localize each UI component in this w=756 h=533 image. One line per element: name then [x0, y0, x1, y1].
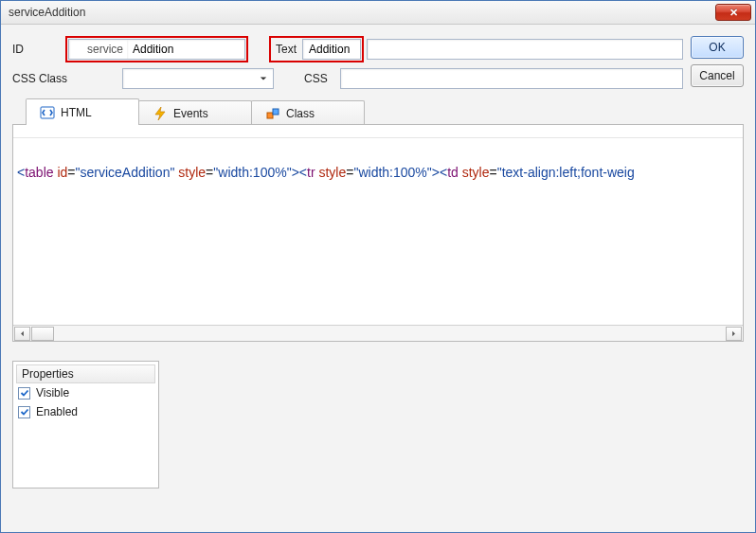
- code-token: =: [67, 165, 75, 180]
- tab-strip: HTML Events Class: [12, 100, 744, 125]
- code-token: <: [440, 165, 447, 180]
- scroll-left-button[interactable]: [14, 327, 30, 341]
- tab-events[interactable]: Events: [138, 100, 252, 125]
- dialog-title: serviceAddition: [9, 6, 85, 19]
- css-class-combo[interactable]: [122, 68, 274, 89]
- code-token: id: [57, 165, 67, 180]
- scroll-thumb[interactable]: [31, 327, 54, 341]
- code-token: =: [490, 165, 497, 180]
- tab-class-label: Class: [286, 107, 315, 120]
- tab-html[interactable]: HTML: [26, 98, 139, 125]
- scroll-track[interactable]: [30, 327, 726, 341]
- code-token: <: [299, 165, 307, 180]
- css-label: CSS: [304, 72, 334, 85]
- close-icon: ✕: [729, 8, 738, 18]
- html-icon: [40, 105, 55, 120]
- text-input-inner[interactable]: [302, 39, 361, 60]
- code-token: >: [292, 165, 299, 180]
- code-token: "width:100%": [353, 165, 431, 180]
- cancel-button-label: Cancel: [699, 69, 734, 82]
- html-editor: <table id="serviceAddition" style="width…: [12, 124, 744, 342]
- dialog-body: ID service Text: [1, 25, 755, 532]
- css-class-input[interactable]: [122, 68, 274, 89]
- property-row: Visible: [16, 383, 155, 402]
- title-bar: serviceAddition ✕: [1, 1, 755, 25]
- css-input[interactable]: [340, 68, 683, 89]
- dialog-window: serviceAddition ✕ ID service: [0, 0, 756, 533]
- svg-rect-1: [267, 113, 273, 118]
- css-class-label: CSS Class: [12, 72, 82, 85]
- property-label: Visible: [36, 386, 69, 400]
- property-label: Enabled: [36, 405, 78, 418]
- id-input[interactable]: [127, 39, 245, 60]
- properties-panel: Properties VisibleEnabled: [12, 361, 159, 489]
- code-token: table: [25, 165, 53, 180]
- id-highlight-box: service: [65, 36, 248, 62]
- text-highlight-box: Text: [269, 36, 364, 62]
- code-token: style: [318, 165, 346, 180]
- id-label: ID: [12, 43, 35, 56]
- horizontal-scrollbar[interactable]: [13, 325, 743, 341]
- lightning-icon: [153, 106, 168, 121]
- code-token: style: [462, 165, 490, 180]
- ok-button[interactable]: OK: [691, 36, 744, 59]
- editor-toolbar: [13, 125, 743, 138]
- code-token: tr: [307, 165, 315, 180]
- tab-html-label: HTML: [61, 106, 92, 119]
- id-prefix: service: [68, 39, 127, 60]
- chevron-down-icon[interactable]: [255, 70, 272, 87]
- checkbox[interactable]: [18, 387, 30, 400]
- svg-rect-2: [273, 109, 279, 115]
- code-token: style: [178, 165, 206, 180]
- ok-button-label: OK: [709, 41, 725, 54]
- properties-header: Properties: [16, 364, 155, 383]
- checkbox[interactable]: [18, 406, 30, 418]
- property-row: Enabled: [16, 402, 155, 421]
- cancel-button[interactable]: Cancel: [691, 64, 744, 87]
- code-line[interactable]: <table id="serviceAddition" style="width…: [13, 138, 743, 325]
- code-token: >: [432, 165, 440, 180]
- code-token: <: [17, 165, 25, 180]
- code-token: "text-align:left;font-weig: [497, 165, 635, 180]
- class-icon: [265, 106, 280, 121]
- text-label: Text: [272, 43, 302, 56]
- code-token: "serviceAddition": [76, 165, 175, 180]
- code-token: td: [447, 165, 459, 180]
- scroll-right-button[interactable]: [726, 327, 742, 341]
- dialog-buttons: OK Cancel: [691, 36, 744, 87]
- close-button[interactable]: ✕: [715, 4, 751, 21]
- text-input[interactable]: [367, 39, 683, 60]
- tab-events-label: Events: [173, 107, 208, 120]
- tab-class[interactable]: Class: [251, 100, 365, 125]
- code-token: "width:100%": [213, 165, 291, 180]
